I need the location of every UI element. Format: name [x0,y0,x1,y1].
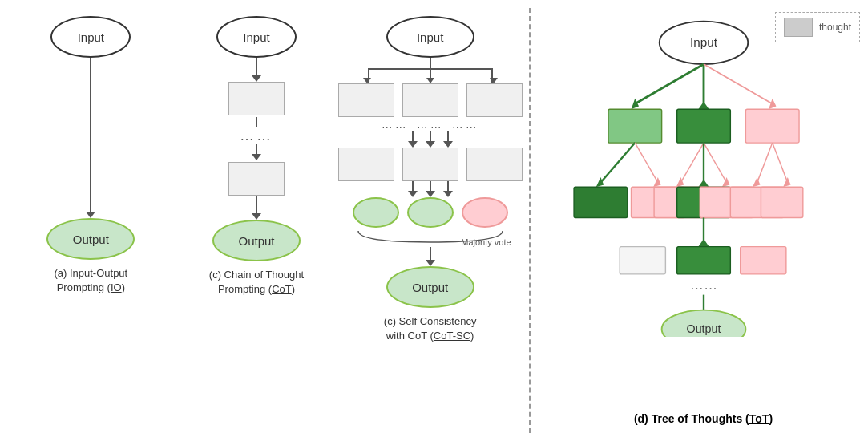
sc-output2 [407,197,454,228]
svg-rect-10 [745,109,799,143]
svg-rect-9 [676,109,730,143]
sc-thoughts-row1 [338,83,523,117]
cot-caption: (c) Chain of Thought Prompting (CoT) [209,268,304,297]
svg-marker-7 [768,99,776,109]
left-section: Input Output (a) Input-Output Prompting … [0,8,529,433]
cot-thought2 [228,162,285,196]
tot-svg: Input [551,16,856,337]
sc-thought2-r2 [402,148,458,181]
sc-diagram: Input [342,16,519,343]
sc-output1 [353,197,399,228]
cot-arrow2 [252,196,261,220]
sc-input-label: Input [417,30,443,44]
svg-rect-8 [608,109,661,143]
svg-line-6 [704,64,773,104]
svg-marker-5 [698,102,709,110]
right-section: thought Input [529,8,868,433]
svg-text:Output: Output [686,322,721,335]
svg-line-17 [704,143,727,183]
sc-arrows-to-outputs [408,181,453,197]
svg-marker-33 [698,239,709,247]
sc-output-label: Output [412,281,448,294]
svg-rect-34 [620,247,665,274]
io-arrow [86,58,95,218]
sc-final-arrow [426,247,435,266]
svg-line-21 [757,143,772,183]
io-input-ellipse: Input [50,16,131,58]
main-container: Input Output (a) Input-Output Prompting … [0,0,868,441]
svg-line-15 [680,143,704,183]
svg-marker-18 [721,177,729,187]
cot-output-ellipse: Output [212,220,301,261]
svg-line-23 [772,143,787,183]
cot-input-label: Input [243,30,269,44]
sc-output-ellipse: Output [386,266,474,308]
svg-marker-14 [653,177,661,187]
cot-diagram: Input …… [176,16,337,297]
svg-marker-12 [595,177,604,187]
svg-marker-20 [698,180,709,188]
sc-thought3-r2 [466,148,523,181]
sc-outputs-row: Majority vote [346,197,515,247]
sc-arrows-to-row2 [408,131,453,148]
svg-rect-35 [676,247,730,274]
sc-thoughts-row2 [338,148,523,181]
sc-caption: (c) Self Consistency with CoT (CoT-SC) [384,314,477,343]
sc-output3 [462,197,508,228]
io-caption: (a) Input-Output Prompting (IO) [54,266,127,295]
tot-diagram: Input [547,16,860,409]
svg-line-2 [635,64,704,104]
io-output-ellipse: Output [46,218,135,260]
sc-connector [350,58,511,83]
tot-caption: (d) Tree of Thoughts (ToT) [634,412,773,425]
sc-dashed-row: …… …… …… [382,117,479,131]
sc-thought2-r1 [402,83,458,117]
svg-text:Input: Input [690,35,718,49]
svg-rect-25 [574,187,628,217]
io-input-label: Input [78,30,104,44]
io-output-label: Output [73,233,109,246]
svg-line-13 [635,143,658,183]
sc-input-ellipse: Input [386,16,474,58]
svg-marker-3 [631,99,639,109]
sc-thought1-r1 [338,83,394,117]
io-diagram: Input Output (a) Input-Output Prompting … [10,16,171,295]
cot-arrow1 [252,58,261,82]
cot-thought1 [228,82,285,115]
svg-rect-31 [761,187,802,217]
svg-marker-24 [783,177,791,187]
svg-text:……: …… [689,277,717,293]
cot-dashed-arrow: …… [240,117,273,160]
cot-output-label: Output [238,234,274,248]
svg-line-11 [600,143,635,183]
cot-input-ellipse: Input [216,16,297,58]
svg-rect-36 [740,247,785,274]
sc-thought1-r2 [338,148,394,181]
sc-thought3-r1 [466,83,523,117]
